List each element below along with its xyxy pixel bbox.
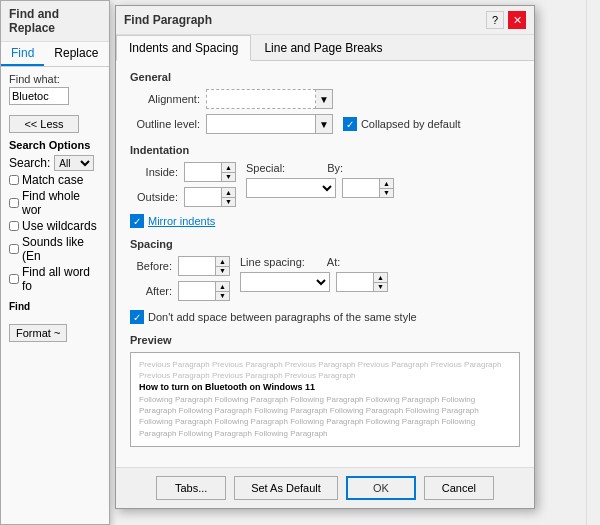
- before-input[interactable]: [179, 257, 215, 275]
- outside-up-btn[interactable]: ▲: [222, 188, 235, 198]
- less-button[interactable]: << Less: [9, 115, 79, 133]
- by-spin: ▲ ▼: [342, 178, 394, 198]
- by-label: By:: [327, 162, 343, 174]
- special-label: Special:: [246, 162, 285, 174]
- outline-level-row: Outline level: ▼ ✓ Collapsed by default: [130, 114, 520, 134]
- search-row: Search: All: [9, 155, 101, 171]
- mirror-checkbox[interactable]: ✓: [130, 214, 144, 228]
- dialog-title: Find Paragraph: [124, 13, 212, 27]
- help-button[interactable]: ?: [486, 11, 504, 29]
- tab-indents-spacing[interactable]: Indents and Spacing: [116, 35, 251, 61]
- find-paragraph-dialog: Find Paragraph ? ✕ Indents and Spacing L…: [115, 5, 535, 509]
- after-up-btn[interactable]: ▲: [216, 282, 229, 292]
- close-button[interactable]: ✕: [508, 11, 526, 29]
- dialog-footer: Tabs... Set As Default OK Cancel: [116, 467, 534, 508]
- outside-spin-btns: ▲ ▼: [221, 188, 235, 206]
- after-input[interactable]: [179, 282, 215, 300]
- find-replace-title: Find and Replace: [9, 7, 59, 35]
- outside-down-btn[interactable]: ▼: [222, 198, 235, 207]
- mirror-label[interactable]: Mirror indents: [148, 215, 215, 227]
- before-label: Before:: [130, 260, 172, 272]
- sounds-like-checkbox[interactable]: [9, 244, 19, 254]
- general-section: General Alignment: ▼ Outline level: ▼ ✓ …: [130, 71, 520, 134]
- at-spin: ▲ ▼: [336, 272, 388, 292]
- line-spacing-label: Line spacing:: [240, 256, 305, 268]
- match-case-row: Match case: [9, 173, 101, 187]
- outside-spin: ▲ ▼: [184, 187, 236, 207]
- sounds-like-label: Sounds like (En: [22, 235, 101, 263]
- use-wildcards-row: Use wildcards: [9, 219, 101, 233]
- search-options-label: Search Options: [9, 139, 101, 151]
- ok-button[interactable]: OK: [346, 476, 416, 500]
- find-section-label: Find: [9, 301, 101, 312]
- at-down-btn[interactable]: ▼: [374, 283, 387, 292]
- sounds-like-row: Sounds like (En: [9, 235, 101, 263]
- outside-label: Outside:: [130, 191, 178, 203]
- at-input[interactable]: [337, 273, 373, 291]
- alignment-label: Alignment:: [130, 93, 200, 105]
- dialog-body: General Alignment: ▼ Outline level: ▼ ✓ …: [116, 61, 534, 467]
- find-replace-window: Find and Replace Find Replace Find what:…: [0, 0, 110, 525]
- at-spin-btns: ▲ ▼: [373, 273, 387, 291]
- preview-section: Preview Previous Paragraph Previous Para…: [130, 334, 520, 447]
- preview-label: Preview: [130, 334, 520, 346]
- before-spin-btns: ▲ ▼: [215, 257, 229, 275]
- format-button[interactable]: Format ~: [9, 324, 67, 342]
- preview-box: Previous Paragraph Previous Paragraph Pr…: [130, 352, 520, 447]
- by-up-btn[interactable]: ▲: [380, 179, 393, 189]
- tabs-button[interactable]: Tabs...: [156, 476, 226, 500]
- set-as-default-button[interactable]: Set As Default: [234, 476, 338, 500]
- before-down-btn[interactable]: ▼: [216, 267, 229, 276]
- cancel-button[interactable]: Cancel: [424, 476, 494, 500]
- before-row: Before: ▲ ▼: [130, 256, 230, 276]
- before-up-btn[interactable]: ▲: [216, 257, 229, 267]
- find-whole-checkbox[interactable]: [9, 198, 19, 208]
- search-dropdown[interactable]: All: [54, 155, 94, 171]
- collapsed-checkbox[interactable]: ✓: [343, 117, 357, 131]
- outline-level-dropdown-btn[interactable]: ▼: [316, 114, 333, 134]
- by-input[interactable]: [343, 179, 379, 197]
- after-label: After:: [130, 285, 172, 297]
- fr-tab-find[interactable]: Find: [1, 42, 44, 66]
- dialog-titlebar: Find Paragraph ? ✕: [116, 6, 534, 35]
- alignment-input[interactable]: [206, 89, 316, 109]
- mirror-indents-row: ✓ Mirror indents: [130, 214, 520, 228]
- spacing-label: Spacing: [130, 238, 520, 250]
- find-all-word-checkbox[interactable]: [9, 274, 19, 284]
- after-down-btn[interactable]: ▼: [216, 292, 229, 301]
- find-what-label: Find what:: [9, 73, 101, 85]
- line-spacing-select[interactable]: [240, 272, 330, 292]
- dont-add-label: Don't add space between paragraphs of th…: [148, 311, 417, 323]
- match-case-checkbox[interactable]: [9, 175, 19, 185]
- fr-tab-replace[interactable]: Replace: [44, 42, 108, 66]
- collapsed-by-default-row: ✓ Collapsed by default: [343, 117, 461, 131]
- dialog-tabs: Indents and Spacing Line and Page Breaks: [116, 35, 534, 61]
- find-what-input[interactable]: [9, 87, 69, 105]
- general-label: General: [130, 71, 520, 83]
- indentation-label: Indentation: [130, 144, 520, 156]
- inside-spin: ▲ ▼: [184, 162, 236, 182]
- indentation-section: Indentation Inside: ▲ ▼: [130, 144, 520, 228]
- tab-line-page-breaks[interactable]: Line and Page Breaks: [251, 35, 395, 61]
- dont-add-checkbox[interactable]: ✓: [130, 310, 144, 324]
- dialog-controls: ? ✕: [486, 11, 526, 29]
- inside-down-btn[interactable]: ▼: [222, 173, 235, 182]
- inside-spin-btns: ▲ ▼: [221, 163, 235, 181]
- by-down-btn[interactable]: ▼: [380, 189, 393, 198]
- outline-level-input[interactable]: [206, 114, 316, 134]
- find-whole-row: Find whole wor: [9, 189, 101, 217]
- fr-body: Find what: << Less Search Options Search…: [1, 67, 109, 348]
- inside-input[interactable]: [185, 163, 221, 181]
- search-label: Search:: [9, 156, 50, 170]
- at-up-btn[interactable]: ▲: [374, 273, 387, 283]
- inside-label: Inside:: [130, 166, 178, 178]
- inside-up-btn[interactable]: ▲: [222, 163, 235, 173]
- scrollbar[interactable]: [586, 0, 600, 525]
- special-select[interactable]: [246, 178, 336, 198]
- preview-bold-text: How to turn on Bluetooth on Windows 11: [139, 381, 511, 394]
- use-wildcards-checkbox[interactable]: [9, 221, 19, 231]
- after-spin: ▲ ▼: [178, 281, 230, 301]
- outside-input[interactable]: [185, 188, 221, 206]
- find-replace-tabs: Find Replace: [1, 42, 109, 67]
- alignment-dropdown-btn[interactable]: ▼: [316, 89, 333, 109]
